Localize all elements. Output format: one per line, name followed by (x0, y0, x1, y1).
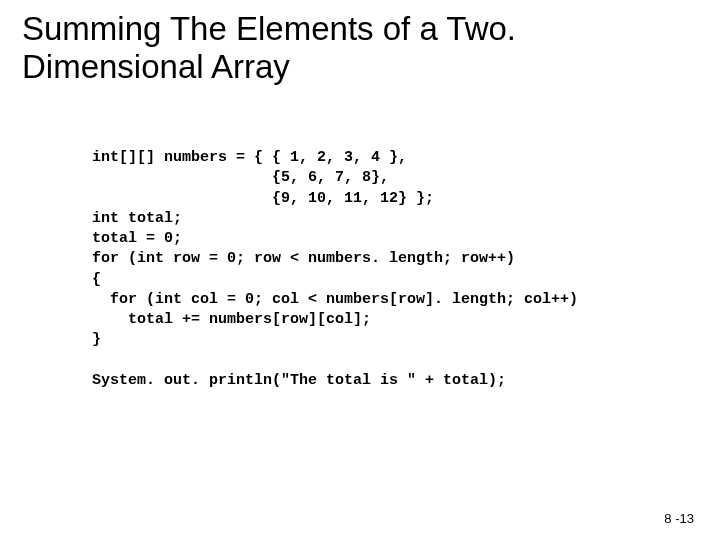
page-number: 8 -13 (664, 511, 694, 526)
slide-title: Summing The Elements of a Two. Dimension… (22, 10, 698, 86)
slide: Summing The Elements of a Two. Dimension… (0, 0, 720, 540)
code-block: int[][] numbers = { { 1, 2, 3, 4 }, {5, … (92, 148, 578, 391)
